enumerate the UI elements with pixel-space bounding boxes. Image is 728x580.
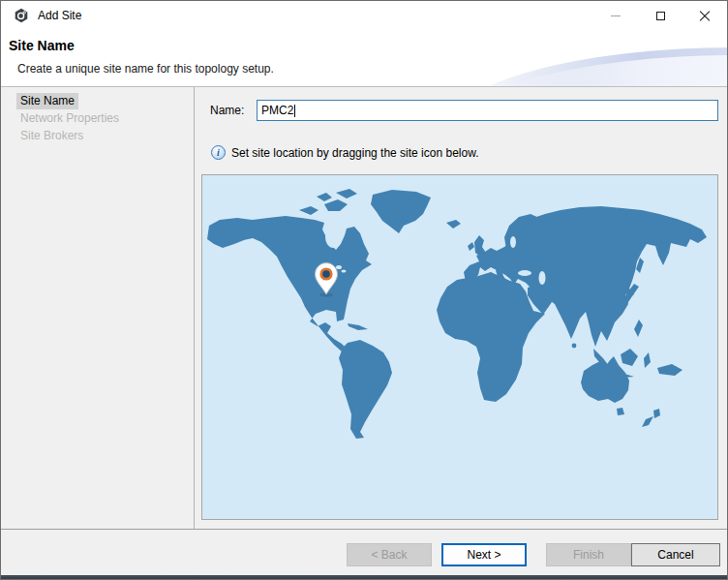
close-icon [699,10,711,21]
titlebar: Add Site [1,1,727,30]
sidebar-item-network-properties: Network Properties [16,110,123,127]
maximize-icon [656,12,665,20]
minimize-icon [611,15,621,16]
site-name-input[interactable]: PMC2 [257,100,718,121]
taskbar-edge [1,575,727,580]
finish-button: Finish [546,543,631,566]
info-icon: i [211,145,226,160]
banner-graphic [495,30,727,86]
next-button[interactable]: Next > [441,543,527,566]
app-icon [14,8,29,23]
site-name-value: PMC2 [261,104,293,117]
info-row: i Set site location by dragging the site… [211,145,479,160]
text-caret [294,105,295,117]
wizard-steps-sidebar: Site Name Network Properties Site Broker… [1,87,195,529]
page-title: Site Name [9,38,75,53]
world-map[interactable] [201,174,718,520]
close-button[interactable] [682,1,727,30]
sidebar-item-site-name[interactable]: Site Name [16,93,78,109]
wizard-header: Site Name Create a unique site name for … [1,30,727,86]
cancel-button[interactable]: Cancel [631,543,720,566]
add-site-dialog: Add Site Site Name Create a unique site … [0,0,728,580]
minimize-button[interactable] [593,1,638,30]
maximize-button[interactable] [638,1,682,30]
info-text: Set site location by dragging the site i… [231,146,479,160]
window-title: Add Site [38,1,81,30]
wizard-body: Site Name Network Properties Site Broker… [1,87,727,529]
name-label: Name: [210,104,244,117]
main-panel: Name: PMC2 i Set site location by draggi… [196,87,727,529]
sidebar-item-site-brokers: Site Brokers [16,128,87,144]
back-button: < Back [347,543,432,566]
button-bar: < Back Next > Finish Cancel [1,530,727,575]
page-subtitle: Create a unique site name for this topol… [17,62,274,76]
